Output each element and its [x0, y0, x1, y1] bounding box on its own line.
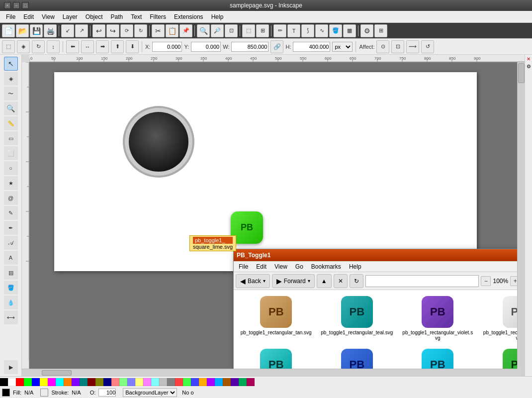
3d-box-tool[interactable]: ⬜: [4, 146, 18, 160]
palette-color-cell[interactable]: [247, 378, 255, 386]
list-item[interactable]: PBpb_toggle1_square_green.svg: [480, 347, 518, 369]
palette-color-cell[interactable]: [215, 378, 223, 386]
calligraphy-tool[interactable]: 𝒜: [4, 236, 18, 250]
paint-bucket-tool[interactable]: 🪣: [4, 281, 18, 295]
palette-color-cell[interactable]: [175, 378, 183, 386]
print-button[interactable]: 🖨️: [44, 24, 57, 37]
palette-color-cell[interactable]: [119, 378, 127, 386]
palette-color-cell[interactable]: [48, 378, 56, 386]
fm-stop-btn[interactable]: ✕: [334, 274, 348, 288]
undo-hist-button[interactable]: ⟳: [120, 24, 133, 37]
list-item[interactable]: PBpb_toggle1_square_blue.svg: [319, 347, 396, 369]
rotate-btn[interactable]: ↻: [32, 40, 45, 53]
selection-mode-btn[interactable]: ⬚: [2, 40, 15, 53]
list-item[interactable]: PBpb_toggle1_rectangular_tan.svg: [238, 294, 315, 343]
connector-tool[interactable]: ⟷: [4, 310, 18, 324]
gradient-tool[interactable]: ▤: [4, 266, 18, 280]
menu-path[interactable]: Path: [107, 12, 127, 21]
lock-ratio-btn[interactable]: 🔗: [270, 40, 283, 53]
bezier-button[interactable]: ⟆: [301, 24, 314, 37]
palette-color-cell[interactable]: [239, 378, 247, 386]
h-input[interactable]: [293, 42, 330, 52]
vscroll-thumb[interactable]: [518, 63, 525, 83]
horizontal-scrollbar[interactable]: [22, 369, 517, 376]
menu-layer[interactable]: Layer: [59, 12, 82, 21]
menu-edit[interactable]: Edit: [19, 12, 38, 21]
align-bottom-btn[interactable]: ⬇: [126, 40, 139, 53]
cut-button[interactable]: ✂: [152, 24, 165, 37]
svg-canvas[interactable]: PB: [54, 72, 477, 271]
paint-bucket-button[interactable]: 🪣: [329, 24, 342, 37]
zoom-in-button[interactable]: 🔍: [197, 24, 210, 37]
address-input[interactable]: [365, 275, 479, 287]
copy-button[interactable]: 📋: [166, 24, 178, 37]
palette-color-cell[interactable]: [135, 378, 143, 386]
import-button[interactable]: ↙: [61, 24, 74, 37]
palette-color-cell[interactable]: [183, 378, 191, 386]
palette-color-cell[interactable]: [24, 378, 32, 386]
circle-tool[interactable]: ○: [4, 161, 18, 175]
redo-button[interactable]: ↪: [106, 24, 119, 37]
minimize-button[interactable]: −: [13, 2, 20, 9]
node-tool[interactable]: ◈: [4, 72, 18, 86]
x-input[interactable]: [152, 42, 182, 52]
maximize-button[interactable]: □: [22, 2, 29, 9]
palette-color-cell[interactable]: [32, 378, 40, 386]
palette-color-cell[interactable]: [88, 378, 95, 386]
text-tool-tb-button[interactable]: T: [287, 24, 300, 37]
zoom-tool[interactable]: 🔍: [4, 101, 18, 115]
align-left-btn[interactable]: ⬅: [66, 40, 79, 53]
palette-color-cell[interactable]: [231, 378, 239, 386]
hscroll-thumb[interactable]: [42, 370, 72, 376]
opacity-input[interactable]: [98, 389, 116, 397]
fm-menu-bookmarks[interactable]: Bookmarks: [308, 263, 344, 271]
fm-up-btn[interactable]: ▲: [317, 274, 332, 288]
canvas-background[interactable]: PB pb_toggle1_ square_lime.svg PB_Toggle…: [29, 62, 517, 369]
align-center-btn[interactable]: ↔: [81, 40, 94, 53]
affect-skew-btn[interactable]: ⟿: [406, 40, 419, 53]
palette-color-cell[interactable]: [151, 378, 159, 386]
palette-color-cell[interactable]: [143, 378, 151, 386]
transform-btn[interactable]: ↕: [47, 40, 60, 53]
export-button[interactable]: ↗: [75, 24, 88, 37]
palette-color-cell[interactable]: [111, 378, 119, 386]
palette-color-cell[interactable]: [159, 378, 167, 386]
close-button[interactable]: ×: [4, 2, 11, 9]
paste-button[interactable]: 📌: [179, 24, 192, 37]
star-tool[interactable]: ★: [4, 176, 18, 190]
new-button[interactable]: 📄: [2, 24, 15, 37]
palette-color-cell[interactable]: [56, 378, 64, 386]
list-item[interactable]: PBpb_toggle1_rectangular_teal.svg: [319, 294, 396, 343]
text-tool[interactable]: A: [4, 251, 18, 265]
palette-color-cell[interactable]: [40, 378, 48, 386]
palette-color-cell[interactable]: [8, 378, 16, 386]
spiral-tool[interactable]: @: [4, 191, 18, 205]
palette-color-cell[interactable]: [16, 378, 24, 386]
forward-dropdown-icon[interactable]: ▾: [308, 278, 310, 284]
redo-hist-button[interactable]: ↻: [134, 24, 147, 37]
zoom-in-icon[interactable]: +: [510, 276, 517, 286]
fm-menu-view[interactable]: View: [271, 263, 290, 271]
palette-color-cell[interactable]: [64, 378, 72, 386]
w-input[interactable]: [231, 42, 268, 52]
palette-color-cell[interactable]: [223, 378, 231, 386]
zoom-out-icon[interactable]: −: [481, 276, 491, 286]
palette-color-cell[interactable]: [199, 378, 207, 386]
fill-color-swatch[interactable]: [2, 389, 10, 397]
undo-button[interactable]: ↩: [92, 24, 105, 37]
palette-color-cell[interactable]: [167, 378, 175, 386]
list-item[interactable]: PBpb_toggle1_rectangular_violet.svg: [399, 294, 476, 343]
vertical-scrollbar[interactable]: [517, 62, 525, 369]
align-top-btn[interactable]: ⬆: [111, 40, 124, 53]
stroke-color-swatch[interactable]: [40, 389, 48, 397]
expand-tools[interactable]: ▶: [4, 360, 18, 374]
spray-button[interactable]: ∿: [315, 24, 328, 37]
menu-file[interactable]: File: [2, 12, 19, 21]
xml-button[interactable]: ⊞: [374, 24, 387, 37]
palette-color-cell[interactable]: [80, 378, 88, 386]
fm-menu-help[interactable]: Help: [346, 263, 364, 271]
layer-select[interactable]: BackgroundLayer: [123, 388, 177, 397]
y-input[interactable]: [191, 42, 221, 52]
fm-forward-btn[interactable]: ▶ Forward ▾: [272, 274, 315, 288]
snap-toggle-btn[interactable]: ✕: [526, 56, 532, 62]
